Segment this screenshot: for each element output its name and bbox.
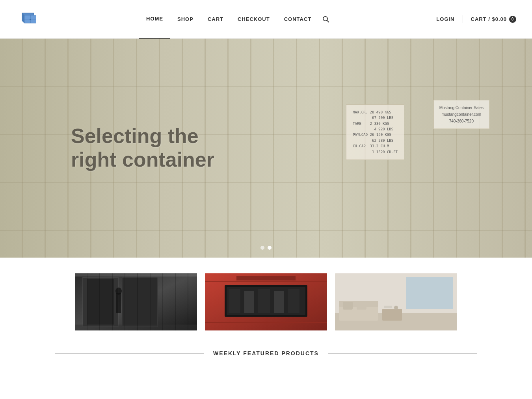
login-link[interactable]: LOGIN	[436, 16, 454, 22]
featured-title-container: WEEKLY FEATURED PRODUCTS	[55, 350, 477, 356]
grid-image-1[interactable]	[75, 273, 197, 330]
grid-image-2[interactable]	[205, 273, 327, 330]
svg-rect-24	[229, 289, 240, 313]
hero-heading: Selecting the right container	[71, 124, 214, 172]
cart-badge: 0	[509, 16, 516, 23]
hero-section: MAX.GR. 28 490 KGS 67 200 LBS TARE 2 330…	[0, 39, 532, 258]
svg-rect-10	[75, 273, 197, 330]
cart-label: CART / $0.00	[471, 16, 507, 22]
svg-rect-35	[339, 305, 378, 321]
grid-image-2-svg	[205, 273, 327, 330]
logo-container[interactable]	[16, 9, 36, 30]
svg-rect-32	[335, 313, 457, 330]
hero-background: MAX.GR. 28 490 KGS 67 200 LBS TARE 2 330…	[0, 39, 532, 258]
svg-rect-13	[87, 279, 114, 325]
search-button[interactable]	[318, 16, 333, 23]
slide-dot-2[interactable]	[268, 246, 272, 250]
header-cart-button[interactable]: CART / $0.00 0	[471, 16, 516, 23]
svg-rect-27	[274, 291, 284, 313]
svg-rect-23	[227, 287, 305, 315]
nav-cart[interactable]: CART	[201, 0, 231, 39]
main-nav: HOME SHOP CART CHECKOUT CONTACT	[139, 0, 333, 39]
svg-rect-25	[244, 291, 254, 313]
svg-rect-28	[288, 289, 299, 313]
svg-rect-16	[116, 293, 121, 313]
featured-line-left	[55, 353, 204, 354]
nav-contact[interactable]: CONTACT	[277, 0, 319, 39]
svg-rect-26	[258, 289, 270, 313]
svg-rect-18	[205, 273, 327, 330]
container-spec-sign: MAX.GR. 28 490 KGS 67 200 LBS TARE 2 330…	[346, 104, 404, 160]
grid-image-3-svg	[335, 273, 457, 330]
header-divider	[463, 15, 463, 23]
header-right: LOGIN CART / $0.00 0	[436, 15, 516, 23]
featured-title: WEEKLY FEATURED PRODUCTS	[204, 350, 328, 356]
grid-image-3[interactable]	[335, 273, 457, 330]
slide-indicators	[260, 246, 272, 250]
slide-dot-1[interactable]	[260, 246, 264, 250]
svg-rect-15	[75, 325, 197, 330]
svg-rect-38	[384, 306, 392, 308]
svg-rect-22	[225, 285, 307, 317]
featured-line-right	[328, 353, 477, 354]
svg-rect-34	[406, 277, 453, 309]
svg-rect-40	[343, 302, 353, 310]
grid-image-1-svg	[75, 273, 197, 330]
svg-rect-30	[335, 273, 457, 330]
svg-rect-6	[30, 19, 31, 20]
svg-rect-29	[236, 276, 296, 280]
nav-checkout[interactable]: CHECKOUT	[231, 0, 277, 39]
svg-point-17	[115, 288, 122, 295]
svg-rect-33	[335, 273, 457, 313]
logo-icon	[16, 9, 36, 30]
svg-rect-36	[339, 301, 378, 307]
svg-rect-11	[83, 277, 118, 327]
hero-text: Selecting the right container	[71, 124, 214, 172]
svg-rect-19	[205, 273, 327, 330]
nav-shop[interactable]: SHOP	[170, 0, 201, 39]
svg-point-39	[394, 306, 398, 310]
svg-rect-9	[75, 273, 197, 330]
nav-home[interactable]: HOME	[139, 0, 170, 39]
featured-section: WEEKLY FEATURED PRODUCTS	[0, 342, 532, 376]
svg-rect-12	[122, 277, 158, 327]
site-header: HOME SHOP CART CHECKOUT CONTACT LOGIN CA…	[0, 0, 532, 39]
svg-rect-41	[357, 302, 366, 310]
image-grid	[0, 258, 532, 342]
svg-rect-14	[75, 273, 197, 277]
company-sign: Mustang Container Sales mustangcontainer…	[433, 100, 489, 129]
search-icon	[322, 16, 329, 23]
svg-rect-31	[335, 273, 457, 330]
svg-line-8	[327, 20, 329, 22]
svg-rect-37	[382, 309, 402, 321]
